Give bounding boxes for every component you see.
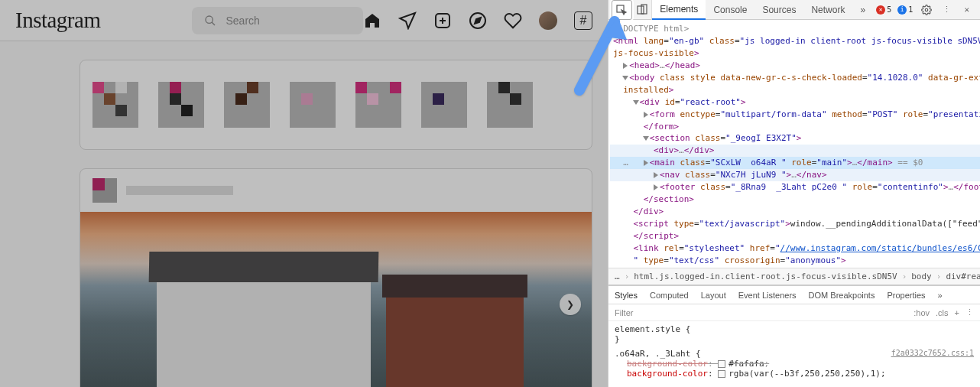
css-property-name[interactable]: background-color	[627, 369, 708, 379]
styles-filter-bar: Filter :hov .cls + ⋮	[608, 304, 980, 321]
svg-line-1	[212, 22, 215, 25]
devtools-tabbar: Elements Console Sources Network » ✕5 i1…	[608, 0, 980, 20]
search-icon	[204, 15, 216, 27]
instagram-topbar: Instagram Search #	[0, 0, 608, 41]
explore-icon[interactable]	[469, 11, 487, 30]
carousel-next-button[interactable]: ❯	[560, 294, 581, 315]
svg-point-10	[925, 8, 928, 11]
hashtag-button[interactable]: #	[574, 11, 592, 30]
profile-avatar[interactable]	[539, 11, 557, 30]
error-badge[interactable]: ✕5	[876, 5, 891, 15]
settings-icon[interactable]	[916, 0, 936, 20]
crumb-item[interactable]: div#react-root	[946, 272, 980, 281]
feed-post: ❯	[80, 168, 592, 387]
crumb-item[interactable]: body	[911, 272, 932, 281]
story-item[interactable]	[92, 82, 138, 128]
more-icon[interactable]: ⋮	[965, 307, 974, 317]
messenger-icon[interactable]	[398, 11, 417, 30]
info-count: 1	[908, 5, 913, 14]
post-author-name[interactable]	[126, 186, 233, 195]
error-count: 5	[887, 5, 891, 14]
close-icon[interactable]: ✕	[956, 0, 977, 20]
story-item[interactable]	[290, 82, 336, 128]
hov-toggle[interactable]: :hov	[913, 308, 930, 317]
css-source-link[interactable]: f2a0332c7652.css:1	[891, 349, 974, 357]
story-tray	[80, 60, 592, 150]
css-selector[interactable]: .o64aR, ._3Laht {	[615, 349, 701, 359]
breadcrumb[interactable]: … › html.js.logged-in.client-root.js-foc…	[608, 268, 980, 285]
info-badge[interactable]: i1	[897, 5, 913, 15]
tab-console[interactable]: Console	[706, 0, 754, 20]
subtab-computed[interactable]: Computed	[650, 291, 689, 300]
tab-overflow[interactable]: »	[852, 0, 873, 20]
crumb-item[interactable]: html.js.logged-in.client-root.js-focus-v…	[634, 272, 897, 281]
subtab-more[interactable]: »	[938, 291, 943, 300]
css-selector[interactable]: element.style {	[615, 324, 974, 334]
css-property-name[interactable]: background-color	[627, 359, 708, 369]
instagram-pane: Instagram Search #	[0, 0, 608, 387]
styles-panel: Styles Computed Layout Event Listeners D…	[608, 285, 980, 387]
svg-marker-6	[475, 18, 481, 24]
post-author-avatar[interactable]	[92, 178, 117, 203]
story-item[interactable]	[487, 82, 533, 128]
svg-point-0	[206, 16, 213, 23]
cls-toggle[interactable]: .cls	[936, 308, 949, 317]
dom-tree[interactable]: <!DOCTYPE html> <html lang="en-gb" class…	[608, 20, 980, 268]
story-item[interactable]	[421, 82, 467, 128]
device-toolbar-icon[interactable]	[632, 0, 653, 20]
instagram-logo[interactable]: Instagram	[15, 8, 100, 33]
css-property-value[interactable]: #fafafa	[729, 359, 764, 369]
subtab-layout[interactable]: Layout	[701, 291, 726, 300]
post-header	[80, 169, 592, 212]
styles-subtabs: Styles Computed Layout Event Listeners D…	[608, 286, 980, 304]
css-brace: }	[615, 334, 974, 344]
css-rules[interactable]: element.style { } .o64aR, ._3Laht {f2a03…	[608, 321, 980, 387]
subtab-styles[interactable]: Styles	[615, 291, 638, 300]
styles-filter-input[interactable]: Filter	[615, 308, 633, 317]
tab-elements[interactable]: Elements	[652, 0, 706, 20]
crumb-more[interactable]: …	[615, 272, 620, 281]
activity-icon[interactable]	[504, 11, 522, 30]
tab-network[interactable]: Network	[803, 0, 852, 20]
subtab-event-listeners[interactable]: Event Listeners	[738, 291, 797, 300]
css-property-value[interactable]: rgba(var(--b3f,250,250,250),1)	[729, 369, 881, 379]
dock-menu-icon[interactable]: ⋮	[936, 0, 957, 20]
tab-sources[interactable]: Sources	[754, 0, 803, 20]
story-item[interactable]	[355, 82, 401, 128]
subtab-properties[interactable]: Properties	[887, 291, 925, 300]
devtools-pane: Elements Console Sources Network » ✕5 i1…	[608, 0, 980, 387]
home-icon[interactable]	[363, 11, 381, 30]
new-rule-button[interactable]: +	[955, 308, 959, 317]
post-image[interactable]: ❯	[80, 212, 592, 387]
subtab-dom-breakpoints[interactable]: DOM Breakpoints	[809, 291, 875, 300]
story-item[interactable]	[224, 82, 270, 128]
search-input[interactable]: Search	[192, 7, 363, 34]
search-placeholder: Search	[226, 15, 259, 27]
nav-icons: #	[363, 11, 592, 30]
svg-rect-8	[638, 6, 644, 14]
new-post-icon[interactable]	[433, 11, 452, 30]
inspect-element-icon[interactable]	[612, 0, 632, 20]
dom-line[interactable]: <!DOCTYPE html>	[613, 24, 689, 34]
story-item[interactable]	[158, 82, 204, 128]
